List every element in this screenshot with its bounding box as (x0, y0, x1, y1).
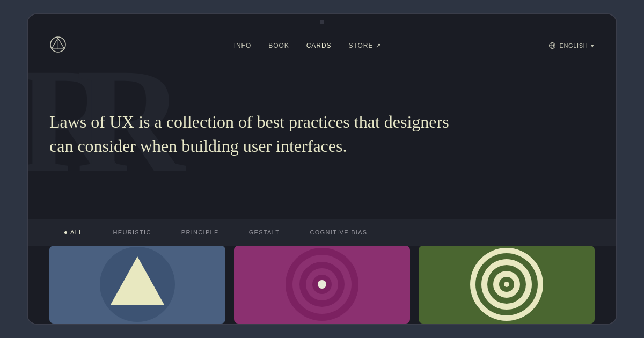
nav-cards[interactable]: CARDS (306, 42, 332, 49)
filter-heuristic[interactable]: HEURISTIC (98, 219, 166, 246)
nav-info[interactable]: INFO (234, 42, 252, 49)
device-top-bar (28, 14, 616, 30)
language-label: ENGLISH (559, 42, 588, 49)
nav-links: INFO BOOK CARDS STORE ↗ (234, 42, 382, 49)
card-1[interactable] (49, 246, 225, 324)
hero-section: R R Laws of UX is a collection of best p… (28, 62, 616, 219)
cards-grid (28, 246, 616, 324)
navbar: INFO BOOK CARDS STORE ↗ ENGLISH ▾ (28, 30, 616, 62)
filter-cognitive-bias-label: COGNITIVE BIAS (310, 229, 367, 236)
filter-principle[interactable]: PRINCIPLE (166, 219, 234, 246)
svg-point-13 (318, 280, 326, 289)
filter-gestalt[interactable]: GESTALT (234, 219, 295, 246)
nav-book[interactable]: BOOK (268, 42, 289, 49)
filter-all[interactable]: ALL (49, 219, 98, 246)
card-2-graphic (234, 246, 410, 324)
filter-gestalt-label: GESTALT (249, 229, 280, 236)
nav-language[interactable]: ENGLISH ▾ (548, 42, 595, 49)
svg-point-20 (504, 282, 509, 287)
device-camera (320, 20, 324, 24)
filter-cognitive-bias[interactable]: COGNITIVE BIAS (295, 219, 382, 246)
filter-principle-label: PRINCIPLE (181, 229, 219, 236)
card-3[interactable] (419, 246, 595, 324)
globe-icon (548, 42, 556, 49)
logo[interactable] (49, 36, 67, 55)
filter-dot (64, 231, 67, 234)
device-frame: INFO BOOK CARDS STORE ↗ ENGLISH ▾ R R La… (27, 13, 617, 325)
card-1-graphic (49, 246, 225, 324)
screen: INFO BOOK CARDS STORE ↗ ENGLISH ▾ R R La… (28, 30, 616, 324)
filter-bar: ALL HEURISTIC PRINCIPLE GESTALT COGNITIV… (28, 219, 616, 246)
nav-store[interactable]: STORE ↗ (349, 42, 382, 49)
language-caret: ▾ (591, 42, 595, 49)
filter-all-label: ALL (70, 229, 83, 236)
filter-heuristic-label: HEURISTIC (113, 229, 151, 236)
card-2[interactable] (234, 246, 410, 324)
card-3-graphic (419, 246, 595, 324)
hero-headline: Laws of UX is a collection of best pract… (49, 110, 457, 158)
